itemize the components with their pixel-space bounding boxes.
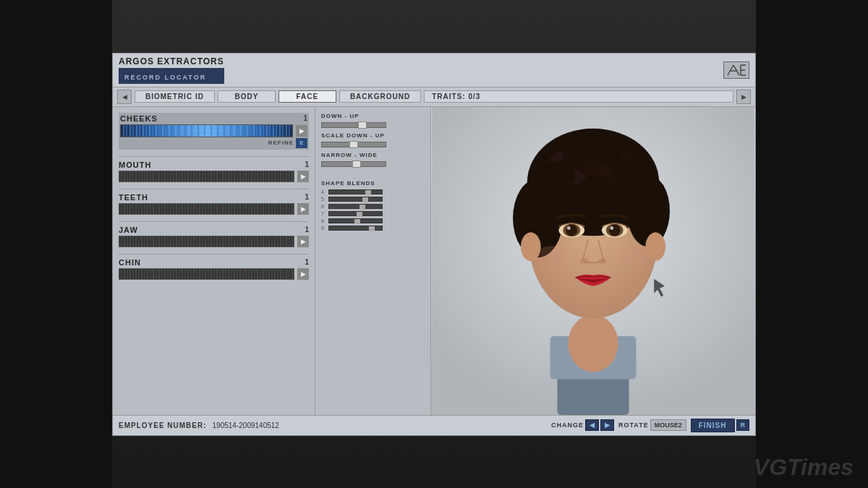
- nav-forward-btn[interactable]: ▶: [736, 90, 751, 104]
- svg-line-0: [728, 65, 733, 75]
- svg-point-34: [579, 258, 588, 264]
- blend-bar-4[interactable]: [328, 211, 383, 216]
- rotate-key[interactable]: MOUSE2: [650, 419, 686, 431]
- side-bar-left: [0, 0, 112, 488]
- mouth-arrow[interactable]: ▶: [297, 171, 309, 182]
- tab-traits[interactable]: TRAITS: 0/3: [424, 90, 733, 103]
- header-bar: ARGOS EXTRACTORS RECORD LOCATOR: [113, 53, 755, 87]
- change-key-left[interactable]: ◀: [585, 419, 599, 431]
- tab-biometric-id[interactable]: BIOMETRIC ID: [135, 90, 215, 103]
- refine-label: REFINE: [268, 140, 294, 146]
- blend-item-5: 8: [321, 218, 425, 223]
- content-area: CHEEKS 1 ▶ REFINE E: [113, 107, 755, 415]
- employee-label: EMPLOYEE NUMBER:: [119, 421, 207, 429]
- blend-marker-1: [365, 190, 371, 195]
- mouth-label: MOUTH: [119, 160, 151, 169]
- blend-num-4: 7: [321, 211, 327, 216]
- finish-key[interactable]: R: [736, 419, 750, 431]
- svg-point-37: [618, 246, 650, 266]
- svg-point-33: [610, 226, 613, 229]
- teeth-slider[interactable]: [119, 203, 294, 215]
- middle-panel: DOWN - UP SCALE DOWN - UP: [315, 107, 431, 415]
- left-panel: CHEEKS 1 ▶ REFINE E: [113, 107, 315, 415]
- jaw-slider[interactable]: [119, 236, 294, 247]
- teeth-label: TEETH: [119, 193, 148, 202]
- feature-teeth[interactable]: TEETH 1 ▶: [119, 193, 309, 215]
- svg-point-25: [636, 188, 665, 211]
- ae-logo: [723, 61, 749, 79]
- blend-item-3: 6: [321, 204, 425, 209]
- blend-num-1: 4: [321, 189, 327, 194]
- svg-point-28: [566, 224, 577, 236]
- change-key-right[interactable]: ▶: [600, 419, 614, 431]
- teeth-arrow[interactable]: ▶: [297, 203, 309, 215]
- svg-point-32: [609, 224, 621, 236]
- nav-back-btn[interactable]: ◀: [117, 90, 132, 104]
- svg-point-38: [521, 232, 541, 261]
- cheeks-label: CHEEKS: [120, 114, 158, 123]
- feature-cheeks[interactable]: CHEEKS 1 ▶ REFINE E: [119, 113, 309, 150]
- blend-marker-6: [369, 226, 375, 231]
- status-bar: EMPLOYEE NUMBER: 190514-2009140512 CHANG…: [113, 415, 755, 435]
- rotate-label: ROTATE: [618, 421, 649, 429]
- cheeks-slider[interactable]: [120, 124, 293, 137]
- feature-mouth[interactable]: MOUTH 1 ▶: [119, 160, 309, 182]
- mouth-number: 1: [305, 160, 309, 168]
- blend-bar-2[interactable]: [328, 197, 383, 202]
- svg-point-24: [524, 192, 553, 215]
- jaw-label: JAW: [119, 226, 138, 234]
- mouth-slider[interactable]: [119, 171, 294, 182]
- chin-slider[interactable]: [119, 268, 294, 280]
- blend-bar-5[interactable]: [328, 218, 383, 223]
- side-bar-right: [756, 0, 868, 488]
- finish-button[interactable]: FINISH: [691, 419, 735, 432]
- bottom-controls: CHANGE ◀ ▶ ROTATE MOUSE2 FINISH R: [551, 419, 749, 432]
- nav-bar: ◀ BIOMETRIC ID BODY FACE BACKGROUND TRAI…: [113, 87, 755, 107]
- svg-point-21: [593, 142, 622, 165]
- down-up-slider[interactable]: [321, 122, 386, 128]
- blend-bar-6[interactable]: [328, 226, 383, 231]
- finish-group: FINISH R: [691, 419, 749, 432]
- blend-num-5: 8: [321, 218, 327, 223]
- tab-face[interactable]: FACE: [278, 90, 336, 103]
- rotate-group: ROTATE MOUSE2: [618, 419, 686, 431]
- blend-bar-3[interactable]: [328, 204, 383, 209]
- employee-section: EMPLOYEE NUMBER: 190514-2009140512: [119, 421, 279, 429]
- feature-chin[interactable]: CHIN 1 ▶: [119, 258, 309, 280]
- scale-slider[interactable]: [321, 142, 386, 147]
- refine-button[interactable]: E: [296, 138, 307, 148]
- scale-thumb: [349, 141, 358, 148]
- blend-num-2: 5: [321, 197, 327, 202]
- feature-jaw[interactable]: JAW 1 ▶: [119, 226, 309, 247]
- narrow-wide-label: NARROW - WIDE: [321, 152, 425, 158]
- blend-marker-4: [357, 212, 362, 217]
- chin-arrow[interactable]: ▶: [297, 268, 309, 280]
- cheeks-arrow[interactable]: ▶: [296, 125, 307, 137]
- tab-background[interactable]: BACKGROUND: [339, 90, 421, 103]
- app-subtitle: RECORD LOCATOR: [124, 74, 206, 81]
- blend-item-4: 7: [321, 211, 425, 216]
- blend-marker-3: [359, 205, 365, 210]
- blend-bar-1[interactable]: [328, 189, 383, 194]
- svg-point-35: [598, 258, 607, 264]
- jaw-arrow[interactable]: ▶: [297, 236, 309, 247]
- blend-item-2: 5: [321, 197, 425, 202]
- app-wrapper: ARGOS EXTRACTORS RECORD LOCATOR: [0, 0, 868, 488]
- ae-logo-svg: [726, 64, 746, 77]
- svg-point-10: [568, 314, 618, 372]
- narrow-wide-slider[interactable]: [321, 161, 386, 167]
- blend-item-1: 4: [321, 189, 425, 194]
- tab-body[interactable]: BODY: [218, 90, 276, 103]
- scale-label: SCALE DOWN - UP: [321, 132, 425, 139]
- change-label: CHANGE: [551, 421, 584, 429]
- character-container: [431, 107, 755, 415]
- change-group: CHANGE ◀ ▶: [551, 419, 614, 431]
- employee-number: 190514-2009140512: [213, 421, 279, 429]
- watermark: VGTimes: [754, 454, 854, 481]
- svg-point-36: [537, 246, 569, 266]
- header-section: ARGOS EXTRACTORS RECORD LOCATOR: [119, 56, 224, 84]
- svg-point-39: [645, 232, 665, 261]
- cheeks-number: 1: [303, 114, 307, 122]
- chin-number: 1: [305, 258, 309, 266]
- blend-marker-5: [354, 219, 360, 224]
